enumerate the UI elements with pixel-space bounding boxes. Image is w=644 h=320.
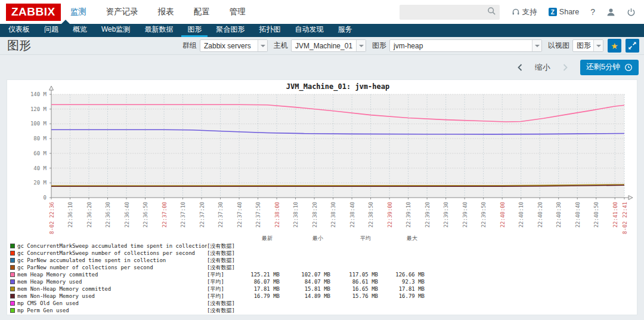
page-title: 图形: [7, 38, 31, 54]
legend-item-label: mem Non-Heap Memory committed: [17, 286, 207, 292]
subnav-item-9[interactable]: 服务: [332, 24, 358, 37]
subnav-item-1[interactable]: 问题: [38, 24, 64, 37]
legend-item-value: 92.3 MB: [378, 279, 425, 285]
legend-item-value: 14.89 MB: [280, 293, 330, 299]
host-select[interactable]: JVM_Machine_01: [291, 39, 366, 52]
legend-item-label: mem Heap Memory used: [17, 279, 207, 285]
legend-row-6: mem Non-Heap Memory committed[平均]17.81 M…: [7, 285, 637, 293]
chevron-down-icon[interactable]: [258, 40, 267, 51]
svg-text:22:38:40: 22:38:40: [349, 202, 355, 227]
legend-color-swatch: [10, 244, 15, 248]
subnav-item-5[interactable]: 图形: [181, 24, 208, 37]
subnav-item-8[interactable]: 自动发现: [289, 24, 329, 37]
power-icon: [627, 8, 636, 17]
search-box[interactable]: [400, 5, 500, 20]
zoom-out-button[interactable]: 缩小: [535, 62, 550, 73]
legend-item-value: 17.81 MB: [378, 286, 425, 292]
svg-text:22:38:00: 22:38:00: [274, 202, 280, 227]
clock-icon: [624, 63, 633, 72]
graph-select[interactable]: jvm-heap: [389, 39, 542, 52]
legend-color-swatch: [10, 294, 15, 299]
subnav-item-7[interactable]: 拓扑图: [253, 24, 286, 37]
legend-item-value: 126.66 MB: [378, 272, 425, 278]
search-icon[interactable]: [487, 7, 496, 18]
star-icon: ★: [611, 42, 618, 50]
graph-legend: 最新 最小 平均 最大 gc ConcurrentMarkSweep accum…: [7, 234, 637, 314]
svg-text:22:37:30: 22:37:30: [218, 202, 224, 227]
fullscreen-button[interactable]: [626, 39, 639, 53]
subnav-item-2[interactable]: 概览: [67, 24, 93, 37]
legend-item-value: 16.79 MB: [242, 293, 280, 299]
legend-row-2: gc ParNew accumulated time spent in coll…: [7, 257, 637, 264]
favorite-button[interactable]: ★: [608, 39, 621, 53]
graph-label: 图形: [372, 41, 386, 51]
svg-text:22:39:30: 22:39:30: [443, 202, 449, 227]
time-forward-button[interactable]: [559, 61, 572, 74]
chevron-down-icon[interactable]: [532, 40, 541, 51]
time-back-button[interactable]: [513, 61, 527, 74]
legend-item-value: 84.07 MB: [280, 279, 330, 285]
legend-item-value: 15.81 MB: [280, 286, 330, 292]
subnav-item-0[interactable]: 仪表板: [2, 24, 36, 37]
main-menu-item-1[interactable]: 资产记录: [106, 7, 138, 17]
svg-text:22:37:10: 22:37:10: [180, 202, 186, 227]
share-link[interactable]: Z Share: [549, 8, 579, 16]
subnav-item-6[interactable]: 聚合图形: [210, 24, 250, 37]
main-menu-item-0[interactable]: 监测: [70, 7, 86, 17]
legend-color-swatch: [10, 287, 15, 291]
headset-icon: [512, 8, 520, 16]
logout-button[interactable]: [627, 8, 636, 17]
chevron-down-icon[interactable]: [356, 40, 366, 51]
svg-text:22:40:00: 22:40:00: [500, 202, 506, 227]
legend-row-4: mem Heap Memory committed[平均]125.21 MB10…: [7, 271, 637, 278]
host-label: 主机: [274, 41, 288, 51]
svg-text:120 M: 120 M: [30, 106, 47, 112]
main-menu-item-2[interactable]: 报表: [158, 7, 174, 17]
view-as-select-value: 图形: [573, 41, 593, 51]
zabbix-logo[interactable]: ZABBIX: [6, 4, 61, 21]
search-input[interactable]: [403, 8, 487, 16]
svg-text:22:37:20: 22:37:20: [199, 202, 205, 227]
support-link[interactable]: 支持: [512, 7, 537, 17]
filters: 群组 Zabbix servers 主机 JVM_Machine_01 图形 j…: [177, 39, 639, 53]
legend-row-8: mp CMS Old Gen used[没有数据]: [7, 300, 637, 307]
svg-text:22:41:00: 22:41:00: [612, 202, 618, 227]
legend-item-value: 125.21 MB: [242, 272, 280, 278]
main-menu-item-3[interactable]: 配置: [194, 7, 210, 17]
time-range-label: 还剩5分钟: [586, 62, 620, 72]
svg-text:JVM_Machine_01: jvm-heap: JVM_Machine_01: jvm-heap: [286, 82, 389, 91]
group-select[interactable]: Zabbix servers: [200, 39, 268, 52]
svg-text:22:36:10: 22:36:10: [67, 202, 73, 227]
legend-row-1: gc ConcurrentMarkSweep number of collect…: [7, 250, 637, 257]
legend-item-label: gc ParNew accumulated time spent in coll…: [17, 257, 207, 263]
view-as-label: 以视图: [548, 41, 569, 51]
legend-item-value: 102.07 MB: [280, 272, 330, 278]
legend-row-9: mp Perm Gen used[没有数据]: [7, 307, 637, 314]
legend-item-stat: [没有数据]: [207, 307, 242, 315]
svg-text:0: 0: [44, 195, 47, 201]
legend-color-swatch: [10, 258, 15, 263]
subnav-item-3[interactable]: Web监测: [95, 24, 136, 37]
legend-item-value: 17.81 MB: [242, 286, 280, 292]
legend-item-label: mem Non-Heap Memory used: [17, 293, 207, 299]
graph-widget: JVM_Machine_01: jvm-heap140 M120 M100 M8…: [7, 79, 637, 315]
legend-color-swatch: [10, 301, 15, 306]
time-range-button[interactable]: 还剩5分钟: [580, 60, 639, 75]
legend-header-avg: 平均: [330, 235, 378, 242]
svg-text:22:40:40: 22:40:40: [575, 202, 581, 227]
filter-band: 图形 群组 Zabbix servers 主机 JVM_Machine_01 图…: [0, 37, 644, 55]
help-icon: ?: [590, 7, 595, 17]
legend-color-swatch: [10, 272, 15, 277]
svg-text:22:39:40: 22:39:40: [462, 202, 468, 227]
main-menu: 监测资产记录报表配置管理: [70, 7, 265, 17]
svg-text:22:39:50: 22:39:50: [481, 202, 487, 227]
profile-button[interactable]: [606, 8, 615, 17]
chevron-down-icon[interactable]: [593, 40, 603, 51]
main-menu-item-4[interactable]: 管理: [230, 7, 246, 17]
legend-color-swatch: [10, 265, 15, 270]
view-as-select[interactable]: 图形: [572, 39, 603, 52]
subnav-item-4[interactable]: 最新数据: [138, 24, 179, 37]
legend-header-last: 最新: [242, 235, 280, 242]
help-button[interactable]: ?: [590, 7, 595, 17]
svg-text:22:39:00: 22:39:00: [387, 202, 393, 227]
